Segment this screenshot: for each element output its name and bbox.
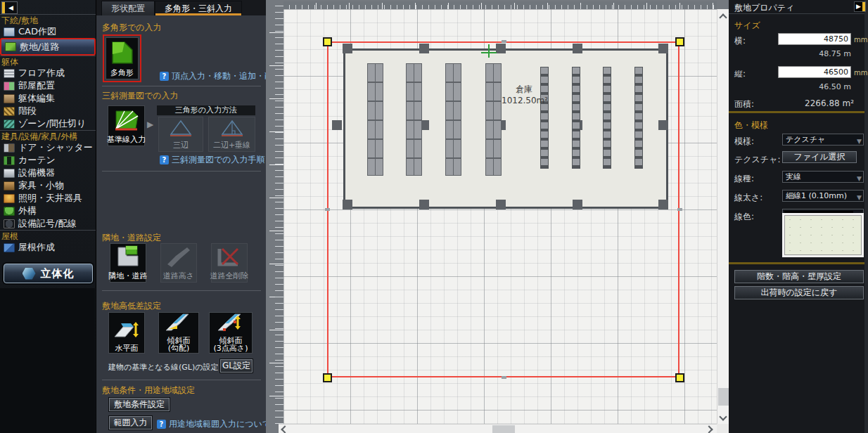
- help-icon: ?: [160, 72, 169, 81]
- scroll-down-icon[interactable]: [719, 413, 727, 420]
- selection-corner-handle[interactable]: [323, 37, 332, 46]
- selection-mid-handle[interactable]: [502, 376, 506, 379]
- tab-shape-layout[interactable]: 形状配置: [101, 1, 155, 15]
- horizontal-plane-button[interactable]: 水平面: [108, 312, 145, 354]
- gl-setting-button[interactable]: GL設定: [220, 359, 253, 373]
- sidebar-item-label: 外構: [18, 205, 37, 217]
- horizontal-scrollbar[interactable]: [279, 424, 717, 433]
- vertical-scroll-thumb[interactable]: [718, 388, 729, 406]
- help-icon: ?: [157, 420, 166, 429]
- drawing-cursor-icon: [481, 52, 497, 53]
- texture-label: テクスチャ:: [734, 154, 780, 166]
- linetype-select[interactable]: 実線 ▼: [782, 171, 864, 183]
- polygon-icon: [110, 40, 134, 65]
- sidebar-item-label: カーテン: [18, 154, 56, 167]
- sidebar-item-equipment[interactable]: 設備機器: [0, 167, 96, 179]
- zoning-help-link[interactable]: ? 用途地域範囲入力について: [157, 418, 271, 430]
- sidebar-item-zone[interactable]: ゾーン/間仕切り: [0, 117, 96, 130]
- road-delete-all-button[interactable]: 道路全削除: [211, 243, 248, 283]
- vertical-scrollbar[interactable]: [717, 9, 729, 424]
- sidebar-item-stairs[interactable]: 階段: [0, 105, 96, 117]
- pattern-value: テクスチャ: [786, 135, 825, 144]
- three-sides-icon: [167, 119, 194, 138]
- selection-mid-handle[interactable]: [502, 40, 506, 43]
- polygon-help-link[interactable]: ? 頂点入力・移動・追加・削除: [160, 70, 281, 82]
- sidebar-item-floor[interactable]: フロア作成: [0, 67, 96, 79]
- height-input[interactable]: [778, 66, 851, 78]
- horizontal-plane-label: 水平面: [115, 344, 139, 352]
- sidebar-menu: 下絵/敷地CAD作図敷地/道路躯体フロア作成部屋配置躯体編集階段ゾーン/間仕切り…: [0, 14, 96, 254]
- two-sides-perp-icon: [219, 119, 245, 138]
- tab-polygon-survey[interactable]: 多角形・三斜入力: [155, 1, 242, 15]
- selection-corner-handle[interactable]: [323, 373, 332, 382]
- condition-section-title: 敷地条件・用途地域設定: [102, 384, 195, 396]
- scroll-up-icon[interactable]: [719, 13, 727, 21]
- method-two-sides-perp-button[interactable]: 二辺+垂線: [208, 117, 255, 152]
- make-3d-button[interactable]: 立体化: [4, 264, 93, 283]
- slope-3point-button[interactable]: 傾斜面(3点高さ): [209, 312, 253, 354]
- sidebar-item-furniture[interactable]: 家具・小物: [0, 179, 96, 192]
- sidebar-item-lighting[interactable]: 照明・天井器具: [0, 192, 96, 205]
- width-unit: mm: [854, 36, 867, 44]
- slope-gradient-button[interactable]: 傾斜面(勾配): [158, 312, 199, 354]
- vertical-ruler: [266, 0, 283, 424]
- sidebar-item-room[interactable]: 部屋配置: [0, 79, 96, 92]
- width-input[interactable]: [778, 33, 851, 45]
- drawing-cursor-icon: [488, 44, 490, 58]
- sidebar-item-symbol[interactable]: 設備記号/配線: [0, 217, 96, 230]
- size-section-title: サイズ: [734, 20, 760, 32]
- road-height-button[interactable]: 道路高さ: [160, 243, 197, 283]
- linetype-value: 実線: [786, 172, 801, 181]
- curtain-icon: [4, 156, 15, 165]
- divider: [729, 262, 864, 264]
- reset-defaults-button[interactable]: 出荷時の設定に戻す: [734, 286, 864, 299]
- selection-mid-handle[interactable]: [677, 208, 682, 211]
- sidebar-item-label: 照明・天井器具: [18, 192, 82, 205]
- height-meters: 46.50 m: [778, 82, 851, 91]
- file-select-button[interactable]: ファイル選択: [782, 151, 857, 163]
- annotation-box-polygon: 多角形: [103, 34, 141, 82]
- sidebar-section-header: 屋根: [0, 230, 96, 241]
- chevron-down-icon: ▼: [857, 193, 862, 202]
- range-input-button[interactable]: 範囲入力: [109, 416, 152, 429]
- neighbor-road-button[interactable]: 隣地・道路: [110, 243, 146, 283]
- floors-heights-walls-button[interactable]: 階数・階高・壁厚設定: [734, 270, 864, 283]
- collapse-left-icon: ◀: [5, 2, 17, 13]
- sidebar-collapse-button[interactable]: ◀: [1, 1, 18, 14]
- sidebar-item-door[interactable]: ドア・シャッター・窓: [0, 141, 96, 154]
- selection-corner-handle[interactable]: [675, 373, 684, 382]
- polygon-help-text: 頂点入力・移動・追加・削除: [172, 70, 281, 82]
- sidebar-item-roof[interactable]: 屋根作成: [0, 241, 96, 254]
- zone-icon: [4, 119, 15, 129]
- room-icon: [4, 82, 15, 91]
- polygon-button[interactable]: 多角形: [106, 37, 139, 79]
- baseline-input-button[interactable]: 基準線入力: [108, 105, 145, 146]
- survey-help-link[interactable]: ? 三斜測量図での入力手順: [160, 154, 265, 166]
- sidebar-item-frame-edit[interactable]: 躯体編集: [0, 92, 96, 105]
- sidebar-section-header: 下絵/敷地: [0, 14, 96, 25]
- divider: [102, 290, 261, 291]
- selection-corner-handle[interactable]: [675, 37, 684, 46]
- three-sides-label: 三辺: [173, 140, 189, 150]
- plan-grid-canvas[interactable]: 倉庫1012.50m²: [283, 9, 717, 424]
- sidebar-item-exterior[interactable]: 外構: [0, 205, 96, 217]
- selection-mid-handle[interactable]: [325, 208, 330, 211]
- method-three-sides-button[interactable]: 三辺: [158, 117, 203, 152]
- sidebar-item-curtain[interactable]: カーテン: [0, 154, 96, 167]
- pattern-select[interactable]: テクスチャ ▼: [782, 134, 864, 146]
- site-tool-panel: 形状配置 多角形・三斜入力 多角形での入力 多角形 ? 頂点入力・移動・追加・削…: [96, 0, 267, 433]
- site-boundary-selection[interactable]: [327, 41, 679, 377]
- scroll-right-icon[interactable]: [705, 425, 713, 433]
- height-unit: mm: [854, 69, 867, 77]
- panel-collapse-button[interactable]: ▶: [854, 1, 866, 12]
- scroll-left-icon[interactable]: [281, 425, 288, 433]
- neighbor-road-label: 隣地・道路: [109, 271, 148, 281]
- sidebar-item-cad[interactable]: CAD作図: [0, 25, 96, 38]
- slope-gradient-label: (勾配): [168, 344, 190, 352]
- lineweight-select[interactable]: 細線1 (0.10mm) ▼: [782, 190, 864, 202]
- horizontal-scroll-thumb[interactable]: [492, 425, 515, 433]
- site-condition-button[interactable]: 敷地条件設定: [109, 398, 170, 411]
- sidebar-item-label: 躯体編集: [18, 92, 55, 105]
- sidebar-item-site-road[interactable]: 敷地/道路: [0, 38, 96, 56]
- sidebar-item-label: ゾーン/間仕切り: [18, 117, 86, 130]
